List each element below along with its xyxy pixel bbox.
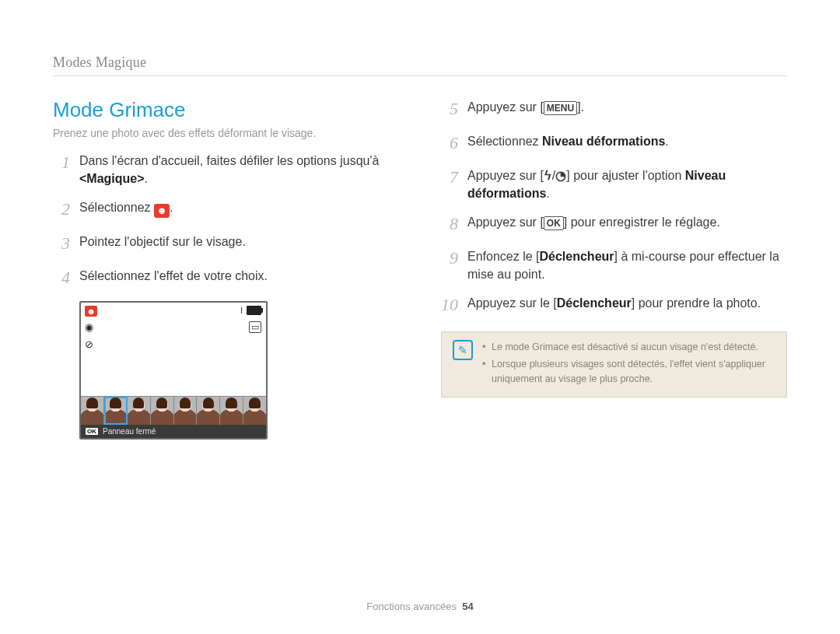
battery-icon: [247, 306, 261, 315]
page-title: Mode Grimace: [53, 98, 399, 122]
preview-viewfinder: ☻ ◉ ⊘ ▭ I: [81, 303, 266, 396]
subtitle: Prenez une photo avec des effets déforma…: [53, 127, 399, 139]
effect-thumb[interactable]: [220, 397, 243, 425]
step-bold: Déclencheur: [557, 296, 632, 310]
step-number: 4: [53, 265, 70, 290]
effect-thumbstrip: [81, 396, 266, 425]
step-body: Sélectionnez .: [79, 198, 399, 218]
step-body: Sélectionnez l'effet de votre choix.: [79, 267, 399, 285]
page-number: 54: [462, 601, 473, 612]
page-footer: Fonctions avancées 54: [0, 601, 840, 612]
step-body: Enfoncez le [Déclencheur] à mi-course po…: [467, 247, 787, 283]
step-number: 9: [441, 246, 458, 271]
step-text: Appuyez sur [: [467, 100, 544, 114]
effect-thumb[interactable]: [174, 397, 198, 425]
grimace-mode-icon: ☻: [85, 306, 97, 317]
ok-button-icon: OK: [544, 216, 564, 230]
exposure-indicator-icon: I: [240, 306, 244, 315]
step-text: Appuyez sur [: [467, 215, 544, 229]
effect-thumb[interactable]: [243, 397, 266, 425]
step-text: Sélectionnez: [79, 201, 154, 214]
effect-thumb[interactable]: [81, 397, 104, 425]
flash-icon: ϟ: [544, 169, 552, 182]
step-text: ] pour prendre la photo.: [632, 296, 761, 310]
step-number: 8: [441, 212, 458, 236]
step-2: 2 Sélectionnez .: [53, 198, 399, 222]
right-column: 5Appuyez sur [MENU].6Sélectionnez Niveau…: [441, 98, 787, 440]
step-text: Dans l'écran d'accueil, faites défiler l…: [79, 154, 379, 167]
divider: [53, 75, 787, 76]
note-item: Le mode Grimace est désactivé si aucun v…: [482, 340, 775, 354]
notes-list: Le mode Grimace est désactivé si aucun v…: [482, 340, 775, 388]
step-text: ] pour enregistrer le réglage.: [564, 215, 720, 229]
step-5: 5Appuyez sur [MENU].: [441, 98, 787, 121]
step-10: 10Appuyez sur le [Déclencheur] pour pren…: [441, 294, 787, 317]
step-text: Sélectionnez: [467, 135, 542, 148]
effect-thumb[interactable]: [151, 397, 174, 425]
footer-label: Fonctions avancées: [366, 601, 457, 612]
step-number: 7: [441, 165, 458, 190]
step-text: Enfoncez le [: [467, 250, 540, 263]
step-text: Appuyez sur le [: [467, 296, 557, 310]
step-number: 5: [441, 96, 458, 121]
step-body: Appuyez sur [MENU].: [467, 98, 787, 116]
step-7: 7Appuyez sur [ϟ/◔] pour ajuster l'option…: [441, 166, 787, 202]
note-box: ✎ Le mode Grimace est désactivé si aucun…: [441, 331, 787, 397]
right-steps-list: 5Appuyez sur [MENU].6Sélectionnez Niveau…: [441, 98, 787, 317]
left-steps-list: 1 Dans l'écran d'accueil, faites défiler…: [53, 152, 399, 290]
camera-preview: ☻ ◉ ⊘ ▭ I OK Panneau fermé: [79, 301, 268, 440]
step-text: .: [546, 187, 549, 200]
step-text: Appuyez sur [: [467, 169, 544, 182]
step-bold: <Magique>: [79, 172, 145, 185]
face-detect-icon: ◉: [85, 321, 93, 333]
step-text: ].: [577, 100, 584, 114]
step-number: 2: [53, 197, 70, 222]
step-number: 6: [441, 131, 458, 156]
step-1: 1 Dans l'écran d'accueil, faites défiler…: [53, 152, 399, 187]
step-number: 1: [53, 150, 70, 175]
step-body: Appuyez sur [ϟ/◔] pour ajuster l'option …: [467, 166, 787, 202]
effect-thumb[interactable]: [197, 397, 220, 425]
step-body: Pointez l'objectif sur le visage.: [79, 233, 399, 250]
step-9: 9Enfoncez le [Déclencheur] à mi-course p…: [441, 247, 787, 283]
menu-button-icon: MENU: [544, 101, 577, 115]
step-body: Dans l'écran d'accueil, faites défiler l…: [79, 152, 399, 187]
step-text: .: [170, 201, 173, 214]
step-number: 3: [53, 231, 70, 256]
breadcrumb: Modes Magique: [53, 54, 787, 71]
step-8: 8Appuyez sur [OK] pour enregistrer le ré…: [441, 213, 787, 236]
step-number: 10: [441, 292, 458, 317]
step-4: 4 Sélectionnez l'effet de votre choix.: [53, 267, 399, 290]
grimace-mode-icon: [154, 204, 170, 218]
note-icon: ✎: [453, 340, 473, 360]
step-body: Appuyez sur [OK] pour enregistrer le rég…: [467, 213, 787, 231]
step-text: .: [665, 135, 668, 148]
step-6: 6Sélectionnez Niveau déformations.: [441, 132, 787, 156]
note-item: Lorsque plusieurs visages sont détectés,…: [482, 357, 775, 385]
step-text: ] pour ajuster l'option: [566, 169, 684, 182]
step-body: Appuyez sur le [Déclencheur] pour prendr…: [467, 294, 787, 312]
effect-thumb[interactable]: [128, 397, 151, 425]
step-body: Sélectionnez Niveau déformations.: [467, 132, 787, 150]
flash-off-icon: ⊘: [85, 338, 93, 350]
step-text: .: [145, 172, 148, 185]
step-bold: Déclencheur: [540, 250, 614, 263]
step-bold: Niveau déformations: [542, 135, 665, 148]
preview-footer-text: Panneau fermé: [103, 427, 156, 436]
preview-footer: OK Panneau fermé: [81, 425, 266, 438]
step-3: 3 Pointez l'objectif sur le visage.: [53, 233, 399, 256]
ok-badge-icon: OK: [86, 428, 98, 435]
effect-thumb[interactable]: [104, 397, 128, 425]
left-column: Mode Grimace Prenez une photo avec des e…: [53, 98, 399, 440]
timer-icon: ◔: [555, 169, 566, 182]
card-icon: ▭: [249, 321, 261, 333]
